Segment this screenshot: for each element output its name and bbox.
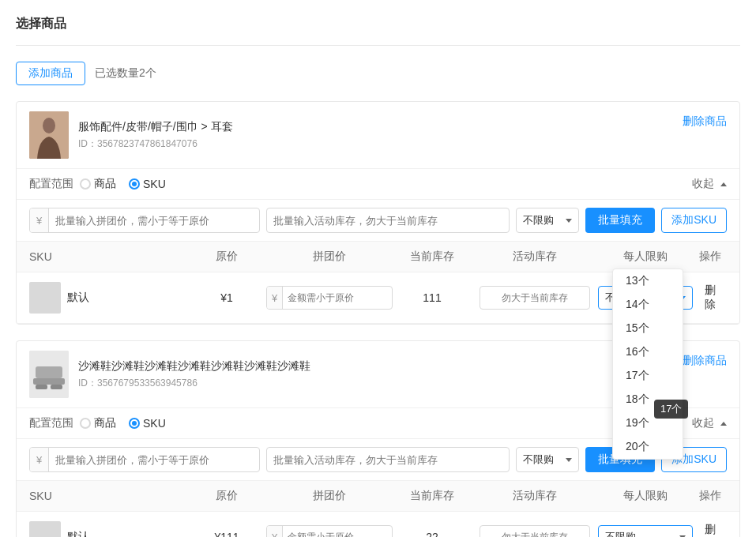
col-header-group-1: 拼团价 [266, 250, 393, 264]
chevron-down-icon-limit-2 [566, 458, 572, 462]
radio-circle-sku-2 [129, 418, 140, 429]
sku-name-2-0: 默认 [67, 530, 89, 537]
add-sku-button-1[interactable]: 添加SKU [661, 208, 727, 233]
radio-circle-sku-1 [129, 178, 140, 190]
svg-rect-3 [36, 366, 62, 378]
sku-cell-1-0: 默认 [29, 282, 187, 314]
group-price-field-2-0[interactable] [283, 531, 392, 537]
radio-sku-1[interactable]: SKU [129, 178, 166, 190]
svg-rect-4 [33, 378, 65, 385]
radio-circle-product-2 [80, 418, 91, 429]
delete-sku-button-1-0[interactable]: 删除 [693, 284, 727, 312]
price-prefix-2: ¥ [30, 448, 49, 471]
radio-sku-label-2: SKU [143, 417, 166, 430]
batch-price-field-1[interactable] [49, 215, 259, 227]
batch-price-input-2[interactable]: ¥ [29, 447, 260, 472]
config-left-1: 配置范围 商品 SKU [29, 177, 166, 191]
batch-stock-field-2[interactable] [266, 447, 510, 472]
active-stock-cell-1-0[interactable] [472, 286, 598, 310]
radio-group-2: 商品 SKU [80, 416, 166, 430]
product-info-1: 服饰配件/皮带/帽子/围巾 > 耳套 ID：356782374786​18470… [78, 120, 727, 151]
col-header-current-1: 当前库存 [393, 250, 472, 264]
group-price-cell-1-0[interactable]: ¥ [266, 286, 393, 310]
radio-product-1[interactable]: 商品 [80, 177, 116, 191]
limit-select-btn-1[interactable]: 不限购 [516, 208, 579, 233]
table-header-2: SKU 原价 拼团价 当前库存 活动库存 每人限购 操作 [17, 481, 739, 512]
limit-label-1: 不限购 [523, 213, 554, 227]
col-header-limit-2: 每人限购 [598, 489, 693, 503]
dropdown-item-0[interactable]: 13个 [613, 269, 683, 293]
dropdown-item-1[interactable]: 14个 [613, 293, 683, 317]
batch-price-input-1[interactable]: ¥ [29, 208, 260, 233]
col-header-original-2: 原价 [187, 489, 266, 503]
dropdown-item-3[interactable]: 16个 [613, 340, 683, 364]
limit-select-2-0[interactable]: 不限购 [598, 525, 693, 537]
batch-row-1: ¥ 不限购 批量填充 添加SKU [17, 200, 739, 242]
current-stock-value-2-0: 22 [426, 531, 438, 537]
chevron-up-icon-1 [720, 182, 727, 186]
collapse-btn-1[interactable]: 收起 [692, 177, 727, 191]
batch-stock-field-1[interactable] [266, 208, 510, 233]
product-thumb-2 [29, 351, 69, 398]
product-actions-2: 删除商品 [683, 354, 727, 368]
original-price-2-0: ¥111 [187, 531, 266, 537]
col-header-original-1: 原价 [187, 250, 266, 264]
ops-cell-1-0: 删除 [693, 284, 727, 312]
limit-value-2-0: 不限购 [605, 530, 636, 537]
chevron-down-icon-limit-1 [566, 219, 572, 223]
col-header-ops-1: 操作 [693, 250, 727, 264]
config-label-1: 配置范围 [29, 177, 73, 191]
col-header-sku-2: SKU [29, 490, 187, 502]
delete-product-button-1[interactable]: 删除商品 [683, 115, 727, 129]
group-price-field-1-0[interactable] [283, 292, 392, 303]
col-header-group-2: 拼团价 [266, 489, 393, 503]
batch-price-field-2[interactable] [49, 454, 259, 466]
svg-rect-6 [51, 385, 62, 389]
group-prefix-1-0: ¥ [267, 287, 283, 309]
col-header-active-2: 活动库存 [472, 489, 598, 503]
dropdown-item-2[interactable]: 15个 [613, 317, 683, 340]
original-price-1-0: ¥1 [187, 291, 266, 304]
add-product-button[interactable]: 添加商品 [16, 62, 85, 85]
sku-name-1-0: 默认 [67, 291, 89, 305]
current-stock-value-1-0: 111 [423, 291, 441, 304]
radio-group-1: 商品 SKU [80, 177, 166, 191]
active-stock-cell-2-0[interactable] [472, 525, 598, 537]
group-price-cell-2-0[interactable]: ¥ [266, 525, 393, 537]
limit-dropdown: 13个 14个 15个 16个 17个 18个 19个 20个 [612, 268, 683, 460]
radio-product-label-1: 商品 [94, 177, 116, 191]
price-prefix-1: ¥ [30, 208, 49, 232]
group-price-input-2-0[interactable]: ¥ [266, 525, 393, 537]
product-header-1: 服饰配件/皮带/帽子/围巾 > 耳套 ID：356782374786​18470… [17, 102, 739, 169]
batch-fill-button-1[interactable]: 批量填充 [585, 208, 655, 233]
active-stock-field-2-0[interactable] [480, 525, 590, 537]
product-actions-1: 删除商品 [683, 115, 727, 129]
radio-sku-label-1: SKU [143, 178, 166, 190]
svg-rect-5 [36, 385, 47, 389]
limit-cell-2-0[interactable]: 不限购 [598, 525, 693, 537]
chevron-up-icon-2 [720, 422, 727, 426]
config-label-2: 配置范围 [29, 416, 73, 430]
delete-sku-button-2-0[interactable]: 删除 [693, 523, 727, 537]
tooltip-badge: 17个 [654, 400, 688, 419]
group-prefix-2-0: ¥ [267, 526, 283, 537]
collapse-btn-2[interactable]: 收起 [692, 416, 727, 430]
sku-thumb-1-0 [29, 282, 61, 314]
svg-point-1 [43, 118, 55, 133]
active-stock-field-1-0[interactable] [480, 286, 590, 310]
delete-product-button-2[interactable]: 删除商品 [683, 354, 727, 368]
dropdown-item-4[interactable]: 17个 [613, 364, 683, 388]
radio-sku-2[interactable]: SKU [129, 417, 166, 430]
collapse-label-1: 收起 [692, 177, 714, 191]
page-title: 选择商品 [16, 16, 740, 46]
dropdown-item-7[interactable]: 20个 [613, 435, 683, 459]
group-price-input-1-0[interactable]: ¥ [266, 286, 393, 310]
limit-label-2: 不限购 [523, 453, 554, 467]
product-thumb-1 [29, 111, 69, 159]
sku-row-2-0: 默认 ¥111 ¥ 22 不限购 删除 [17, 512, 739, 537]
price-value-2-0: ¥111 [214, 531, 239, 537]
selected-count: 已选数量2个 [95, 66, 156, 81]
radio-product-2[interactable]: 商品 [80, 416, 116, 430]
limit-select-btn-2[interactable]: 不限购 [516, 447, 579, 472]
current-stock-1-0: 111 [393, 291, 472, 304]
